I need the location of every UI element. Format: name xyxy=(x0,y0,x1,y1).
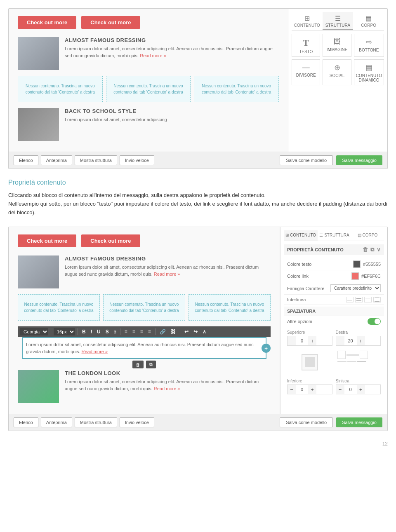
sidebar-item-social[interactable]: ⊕ SOCIAL xyxy=(323,59,351,85)
btn-save-model-2[interactable]: Salva come modello xyxy=(280,417,333,427)
spacing-sinistra-input[interactable] xyxy=(344,385,357,394)
divider-icon: — xyxy=(294,63,318,72)
tab-struttura-2[interactable]: ☰ STRUTTURA xyxy=(318,230,351,241)
btn-mostra-struttura-2[interactable]: Mostra struttura xyxy=(75,417,117,427)
body-icon-2: ▤ xyxy=(358,233,361,237)
btn-invio-veloce-2[interactable]: Invio veloce xyxy=(120,417,154,427)
chevron-down-icon[interactable]: ∨ xyxy=(377,246,381,253)
spacing-superiore-label: Superiore xyxy=(287,330,332,335)
size-select[interactable]: 16px xyxy=(54,328,75,335)
tab-corpo-1[interactable]: ▤ CORPO xyxy=(353,12,384,30)
article-body-1: Lorem ipsum dolor sit amet, consectetur … xyxy=(65,45,279,59)
copy-icon[interactable]: ⧉ xyxy=(370,246,374,253)
spacing-superiore-minus[interactable]: − xyxy=(288,336,296,345)
panel-footer-1: Elenco Anteprima Mostra struttura Invio … xyxy=(9,152,387,169)
btn-anteprima-2[interactable]: Anteprima xyxy=(41,417,72,427)
btn-elenco-1[interactable]: Elenco xyxy=(14,155,38,165)
btn-mostra-struttura-1[interactable]: Mostra struttura xyxy=(75,155,117,165)
read-more-link-3[interactable]: Read more » xyxy=(154,272,180,277)
read-more-link-4[interactable]: Read more » xyxy=(154,386,180,391)
redo-btn[interactable]: ↪ xyxy=(192,328,199,335)
lh-normal[interactable] xyxy=(355,297,363,302)
sidebar-item-testo[interactable]: T TESTO xyxy=(292,34,320,57)
spacing-sinistra-plus[interactable]: + xyxy=(357,385,365,394)
editing-section: Georgia 16px B I U S Ɪ ≡ ≡ ≡ ≡ xyxy=(14,326,275,368)
btn-elenco-2[interactable]: Elenco xyxy=(14,417,38,427)
undo-btn[interactable]: ↩ xyxy=(183,328,190,335)
sidebar-item-bottone[interactable]: ⇨ BOTTONE xyxy=(354,34,384,57)
color-testo-row: Colore testo #555555 xyxy=(284,258,384,270)
smallcaps-btn[interactable]: Ɪ xyxy=(112,329,118,335)
italic-btn[interactable]: I xyxy=(89,328,94,335)
collapse-btn[interactable]: ∧ xyxy=(201,328,208,335)
lh-extra-loose[interactable] xyxy=(373,297,381,302)
article-image-1 xyxy=(18,37,59,70)
align-justify-btn[interactable]: ≡ xyxy=(146,328,153,335)
spacing-destra-input[interactable] xyxy=(344,336,357,345)
trash-icon[interactable]: 🗑 xyxy=(363,246,368,253)
spacing-destra-minus[interactable]: − xyxy=(336,336,344,345)
spacing-inferiore-minus[interactable]: − xyxy=(288,385,296,394)
lh-loose[interactable] xyxy=(364,297,372,302)
sidebar-item-immagine[interactable]: 🖼 IMMAGINE xyxy=(323,34,351,57)
line-height-controls xyxy=(346,297,381,302)
align-right-btn[interactable]: ≡ xyxy=(139,328,145,335)
tab-corpo-2[interactable]: ▤ CORPO xyxy=(351,230,384,241)
editing-block[interactable]: Lorem ipsum dolor sit amet, consectetur … xyxy=(22,337,266,359)
checkout-btn-4[interactable]: Check out more xyxy=(81,234,140,247)
footer-left-2: Elenco Anteprima Mostra struttura Invio … xyxy=(14,417,154,427)
editing-text: Lorem ipsum dolor sit amet, consectetur … xyxy=(26,341,262,355)
spacing-inferiore-plus[interactable]: + xyxy=(308,385,316,394)
align-center-btn[interactable]: ≡ xyxy=(131,328,137,335)
color-link-row: Colore link #EF6F6C xyxy=(284,270,384,282)
header-icons: 🗑 ⧉ ∨ xyxy=(363,246,381,253)
checkout-btn-1[interactable]: Check out more xyxy=(18,16,76,29)
panel-footer-2: Elenco Anteprima Mostra struttura Invio … xyxy=(9,414,387,431)
edit-copy-btn[interactable]: ⧉ xyxy=(146,361,156,368)
link-btn[interactable]: 🔗 xyxy=(158,328,167,335)
props-tabs: ⊞ CONTENUTO ☰ STRUTTURA ▤ CORPO xyxy=(284,230,384,241)
color-link-swatch[interactable]: #EF6F6C xyxy=(351,272,381,280)
altre-opzioni-toggle[interactable] xyxy=(368,318,381,325)
align-left-btn[interactable]: ≡ xyxy=(123,328,129,335)
sidebar-item-divisore[interactable]: — DIVISORE xyxy=(292,59,320,85)
font-select[interactable]: Georgia xyxy=(20,328,48,335)
spacing-sinistra-minus[interactable]: − xyxy=(336,385,344,394)
btn-invio-veloce-1[interactable]: Invio veloce xyxy=(120,155,154,165)
article-body-3: Lorem ipsum dolor sit amet, consectetur … xyxy=(65,264,271,277)
tab-contenuto-1[interactable]: ⊞ CONTENUTO xyxy=(292,12,323,30)
btn-save-msg-2[interactable]: Salva messaggio xyxy=(336,417,382,427)
placeholder-1: Nessun contenuto. Trascina un nuovo cont… xyxy=(18,76,103,102)
properties-header: PROPRIETÀ CONTENUTO 🗑 ⧉ ∨ xyxy=(284,244,384,255)
unlink-btn[interactable]: ⛓ xyxy=(169,328,177,335)
footer-left-1: Elenco Anteprima Mostra struttura Invio … xyxy=(14,155,154,165)
spacing-superiore-input[interactable] xyxy=(296,336,308,345)
placeholder-3: Nessun contenuto. Trascina un nuovo cont… xyxy=(194,76,279,102)
article-row-3: ALMOST FAMOUS DRESSING Lorem ipsum dolor… xyxy=(14,255,275,288)
bold-btn[interactable]: B xyxy=(80,328,87,335)
btn-anteprima-1[interactable]: Anteprima xyxy=(41,155,72,165)
spacing-inferiore: Inferiore − + xyxy=(287,379,332,394)
btn-save-msg-1[interactable]: Salva messaggio xyxy=(336,155,382,165)
edit-trash-btn[interactable]: 🗑 xyxy=(132,361,144,368)
page-number: 12 xyxy=(8,441,388,447)
image-icon: 🖼 xyxy=(325,37,349,46)
spacing-superiore-plus[interactable]: + xyxy=(308,336,316,345)
underline-btn[interactable]: U xyxy=(95,328,102,335)
checkout-btn-2[interactable]: Check out more xyxy=(81,16,140,29)
tab-struttura-1[interactable]: ☰ STRUTTURA xyxy=(323,12,354,30)
spacing-destra-plus[interactable]: + xyxy=(357,336,365,345)
lh-compact[interactable] xyxy=(346,297,354,302)
checkout-btn-3[interactable]: Check out more xyxy=(18,234,76,247)
btn-save-model-1[interactable]: Salva come modello xyxy=(280,155,333,165)
strikethrough-btn[interactable]: S xyxy=(104,328,111,335)
spacing-inferiore-input[interactable] xyxy=(296,385,308,394)
read-more-link-1[interactable]: Read more » xyxy=(140,53,166,58)
color-testo-swatch[interactable]: #555555 xyxy=(353,260,381,268)
sidebar-1: ⊞ CONTENUTO ☰ STRUTTURA ▤ CORPO T TESTO xyxy=(288,9,387,152)
tab-contenuto-2[interactable]: ⊞ CONTENUTO xyxy=(284,230,318,241)
font-family-select[interactable]: Carattere predefinito xyxy=(330,284,381,292)
sidebar-item-contenuto-dinamico[interactable]: ▤ CONTENUTO DINAMICO xyxy=(354,59,384,85)
add-content-btn[interactable]: + xyxy=(262,344,271,353)
editing-read-more[interactable]: Read more » xyxy=(82,349,108,354)
